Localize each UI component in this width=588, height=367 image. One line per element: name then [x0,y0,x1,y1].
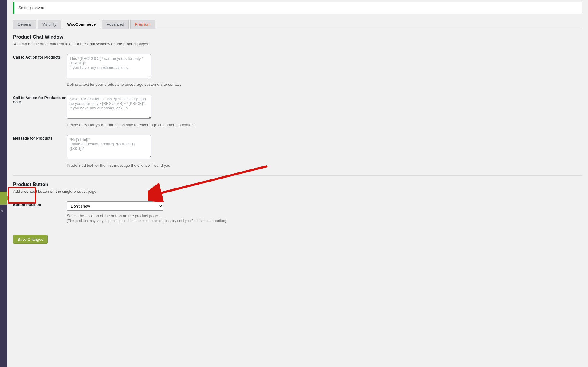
input-cta-sale[interactable] [67,95,151,119]
help-msg-products: Predefined text for the first message th… [67,163,582,168]
help-cta-sale: Define a text for your products on sale … [67,123,582,127]
section-desc-chat-window: You can define other different texts for… [13,42,582,46]
select-button-position[interactable]: Don't show [67,201,163,211]
section-title-product-button: Product Button [13,182,582,187]
tab-visibility[interactable]: Visibility [38,20,61,29]
settings-tabs: General Visibility WooCommerce Advanced … [13,19,582,29]
section-title-chat-window: Product Chat Window [13,34,582,40]
tab-woocommerce[interactable]: WooCommerce [63,20,100,29]
sidebar-active-indicator [0,192,7,205]
input-cta-products[interactable] [67,54,151,78]
tab-premium[interactable]: Premium [130,20,155,29]
help-button-position: Select the position of the button on the… [67,214,582,218]
section-divider [13,175,582,176]
save-changes-button[interactable]: Save Changes [13,235,48,244]
admin-sidebar: n [0,0,7,367]
help-cta-products: Define a text for your products to encou… [67,82,582,87]
input-msg-products[interactable] [67,135,151,159]
section-desc-product-button: Add a contact button on the single produ… [13,189,582,194]
sidebar-fragment-text: n [1,208,3,213]
tab-advanced[interactable]: Advanced [102,20,129,29]
label-button-position: Button Position [13,201,67,207]
label-cta-sale: Call to Action for Products on Sale [13,95,67,104]
help-sub-button-position: (The position may vary depending on the … [67,219,582,223]
label-cta-products: Call to Action for Products [13,54,67,60]
label-msg-products: Message for Products [13,135,67,140]
tab-general[interactable]: General [13,20,36,29]
notice-text: Settings saved [18,5,44,10]
settings-saved-notice: Settings saved [13,2,582,14]
